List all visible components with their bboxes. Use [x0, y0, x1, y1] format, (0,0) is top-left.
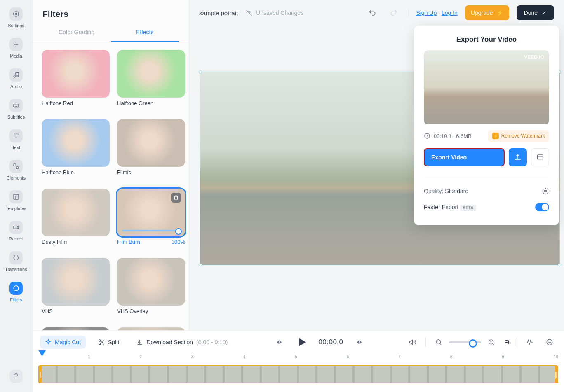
effect-dusty-film[interactable]: Dusty Film: [42, 189, 110, 252]
fit-button[interactable]: Fit: [504, 339, 511, 345]
volume-button[interactable]: [406, 335, 420, 349]
effect-halftone-green[interactable]: Halftone Green: [117, 50, 185, 113]
timeline[interactable]: 12345678910 ‖ ‖: [33, 354, 564, 392]
clock-icon: [424, 133, 430, 139]
download-icon: [136, 339, 143, 345]
collapse-button[interactable]: [543, 335, 557, 349]
svg-rect-3: [14, 104, 19, 107]
panel-title: Filters: [33, 0, 189, 23]
login-link[interactable]: Log In: [442, 9, 458, 16]
export-title: Export Your Video: [424, 35, 549, 44]
prev-frame-button[interactable]: [272, 335, 286, 349]
redo-button[interactable]: [387, 6, 401, 20]
effect-halftone-blue[interactable]: Halftone Blue: [42, 119, 110, 182]
transitions-icon: [9, 251, 23, 264]
tab-color-grading[interactable]: Color Grading: [42, 23, 111, 42]
tab-effects[interactable]: Effects: [111, 23, 179, 42]
effect-label: Halftone Green: [117, 100, 185, 106]
check-icon: ✓: [542, 9, 547, 16]
effect-halftone-red[interactable]: Halftone Red: [42, 50, 110, 113]
effect-label: VHS: [42, 308, 110, 314]
video-track[interactable]: ‖ ‖: [38, 365, 558, 383]
project-title[interactable]: sample potrait: [199, 9, 238, 16]
svg-rect-6: [14, 194, 19, 199]
magic-cut-button[interactable]: Magic Cut: [40, 336, 86, 349]
export-video-button[interactable]: Export Video: [424, 148, 505, 166]
next-frame-button[interactable]: [352, 335, 367, 349]
bottom-bar: Magic Cut Split Download Section(0:00 - …: [33, 330, 564, 392]
effect-label: VHS Overlay: [117, 308, 185, 314]
camera-icon: [9, 221, 23, 234]
effect-vhs-overlay[interactable]: VHS Overlay: [117, 258, 185, 321]
resize-handle[interactable]: [558, 263, 561, 266]
effect-vhs[interactable]: VHS: [42, 258, 110, 321]
rail-transitions[interactable]: Transitions: [0, 251, 32, 272]
resize-handle[interactable]: [199, 263, 202, 266]
svg-point-11: [545, 190, 547, 192]
export-embed-button[interactable]: [531, 148, 549, 166]
svg-point-5: [16, 167, 19, 169]
music-icon: [9, 68, 23, 82]
watermark-brand: VEED.IO: [524, 54, 544, 60]
play-button[interactable]: [295, 335, 309, 349]
unsaved-indicator: Unsaved Changes: [245, 9, 303, 16]
rail-help[interactable]: ?: [0, 370, 32, 383]
faster-export-toggle[interactable]: [535, 203, 549, 211]
timeline-ruler: 12345678910: [38, 355, 558, 360]
effect-label: Dusty Film: [42, 239, 110, 245]
gear-icon[interactable]: [542, 187, 549, 195]
bolt-icon: ⚡: [496, 9, 503, 16]
text-icon: [9, 129, 23, 142]
question-icon: ?: [9, 370, 23, 383]
layout-icon: [9, 190, 23, 203]
rail-media[interactable]: Media: [0, 38, 32, 58]
shapes-icon: [9, 160, 23, 173]
quality-row[interactable]: Quality: Standard: [424, 183, 549, 199]
svg-rect-7: [14, 226, 17, 229]
sparkle-icon: [45, 339, 52, 345]
effect-film-burn[interactable]: Film Burn100%: [117, 189, 185, 252]
export-popup: Export Your Video VEED.IO 00:10.1 · 6.6M…: [414, 26, 559, 225]
rail-record[interactable]: Record: [0, 221, 32, 241]
plus-icon: [9, 38, 23, 51]
intensity-slider[interactable]: [122, 230, 180, 231]
rail-text[interactable]: Text: [0, 129, 32, 150]
clip-right-grip[interactable]: ‖: [555, 366, 557, 383]
effect-label: Film Burn100%: [117, 239, 185, 245]
auth-links: Sign Up · Log In: [416, 9, 457, 16]
playhead-time: 00:00:0: [318, 338, 343, 346]
rail-templates[interactable]: Templates: [0, 190, 32, 211]
rail-audio[interactable]: Audio: [0, 68, 32, 89]
rail-elements[interactable]: Elements: [0, 160, 32, 180]
rail-filters[interactable]: Filters: [0, 282, 32, 302]
effect-filmic[interactable]: Filmic: [117, 119, 185, 182]
resize-handle[interactable]: [199, 70, 202, 74]
download-section-button[interactable]: Download Section(0:00 - 0:10): [132, 336, 233, 349]
zoom-in-button[interactable]: [484, 335, 498, 349]
zoom-slider[interactable]: [449, 341, 481, 343]
done-button[interactable]: Done✓: [517, 5, 554, 20]
svg-point-0: [15, 13, 17, 15]
remove-watermark-button[interactable]: ⚡Remove Watermark: [488, 130, 549, 142]
filter-tabs: Color Grading Effects: [33, 23, 189, 42]
cloud-off-icon: [245, 9, 253, 16]
split-button[interactable]: Split: [93, 336, 124, 349]
gear-icon: [9, 7, 23, 21]
export-preview: VEED.IO: [424, 50, 549, 124]
export-share-button[interactable]: [509, 148, 527, 166]
undo-button[interactable]: [365, 6, 379, 20]
svg-point-2: [17, 75, 19, 77]
bolt-icon: ⚡: [492, 133, 499, 139]
rail-settings[interactable]: Settings: [0, 7, 32, 28]
left-rail: Settings Media Audio Subtitles Text Elem…: [0, 0, 33, 392]
rail-subtitles[interactable]: Subtitles: [0, 99, 32, 119]
faster-export-row: Faster ExportBETA: [424, 199, 549, 215]
zoom-out-button[interactable]: [432, 335, 446, 349]
upgrade-button[interactable]: Upgrade⚡: [465, 5, 509, 20]
trash-icon[interactable]: [171, 193, 181, 203]
signup-link[interactable]: Sign Up: [416, 9, 437, 16]
waveform-button[interactable]: [523, 335, 537, 349]
clip-left-grip[interactable]: ‖: [39, 366, 42, 383]
svg-rect-10: [537, 155, 543, 159]
export-info: 00:10.1 · 6.6MB: [424, 133, 472, 139]
